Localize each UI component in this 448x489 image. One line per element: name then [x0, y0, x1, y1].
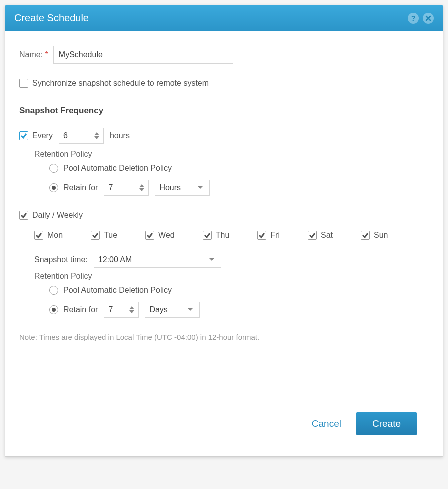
dialog-footer: Cancel Create: [19, 401, 429, 446]
snapshot-time-row: Snapshot time: 12:00 AM: [34, 252, 429, 268]
timezone-note: Note: Times are displayed in Local Time …: [19, 333, 429, 341]
help-icon[interactable]: ?: [408, 13, 419, 24]
day-sun-label: Sun: [374, 231, 388, 240]
snapshot-time-select[interactable]: 12:00 AM: [94, 252, 221, 268]
stepper-arrows-icon: [139, 184, 144, 191]
every-retain-option: Retain for 7 Hours: [49, 180, 429, 196]
every-row: Every 6 hours: [19, 128, 429, 144]
every-retention-options: Pool Automatic Deletion Policy Retain fo…: [49, 164, 429, 196]
every-retention: Retention Policy Pool Automatic Deletion…: [34, 150, 429, 196]
frequency-title: Snapshot Frequency: [19, 106, 429, 116]
day-mon-checkbox[interactable]: [34, 231, 43, 240]
day-wed-label: Wed: [158, 231, 175, 240]
every-retain-unit-select[interactable]: Hours: [155, 180, 210, 196]
daily-retain-label: Retain for: [63, 305, 98, 314]
days-row: Mon Tue Wed Thu Fri: [34, 231, 429, 240]
sync-row: Synchronize snapshot schedule to remote …: [19, 79, 429, 88]
create-schedule-dialog: Create Schedule ? Name: * Synchronize sn…: [5, 5, 443, 457]
daily-label: Daily / Weekly: [32, 211, 83, 220]
stepper-arrows-icon: [129, 306, 134, 313]
day-wed-checkbox[interactable]: [145, 231, 154, 240]
day-mon: Mon: [34, 231, 63, 240]
every-retain-radio[interactable]: [49, 183, 58, 192]
daily-retain-option: Retain for 7 Days: [49, 302, 429, 318]
stepper-arrows-icon: [94, 132, 99, 139]
chevron-down-icon: [209, 258, 215, 262]
daily-retention-label: Retention Policy: [34, 272, 429, 281]
chevron-down-icon: [187, 308, 193, 312]
day-sun-checkbox[interactable]: [361, 231, 370, 240]
sync-checkbox[interactable]: [19, 79, 28, 88]
every-retention-label: Retention Policy: [34, 150, 429, 159]
name-row: Name: *: [19, 46, 429, 64]
every-retain-stepper[interactable]: 7: [104, 180, 149, 196]
dialog-header: Create Schedule ?: [5, 5, 443, 31]
header-actions: ?: [408, 13, 434, 24]
daily-row: Daily / Weekly: [19, 211, 429, 220]
chevron-down-icon: [197, 186, 203, 190]
daily-retention-options: Pool Automatic Deletion Policy Retain fo…: [49, 286, 429, 318]
every-value-stepper[interactable]: 6: [59, 128, 104, 144]
daily-pool-option: Pool Automatic Deletion Policy: [49, 286, 429, 295]
daily-retain-unit-select[interactable]: Days: [145, 302, 200, 318]
every-label: Every: [32, 131, 53, 140]
cancel-button[interactable]: Cancel: [312, 418, 341, 429]
every-retain-label: Retain for: [63, 183, 98, 192]
daily-retain-stepper[interactable]: 7: [104, 302, 139, 318]
daily-checkbox[interactable]: [19, 211, 28, 220]
daily-section: Mon Tue Wed Thu Fri: [34, 231, 429, 318]
dialog-title: Create Schedule: [14, 12, 89, 24]
every-pool-label: Pool Automatic Deletion Policy: [63, 164, 172, 173]
day-tue-checkbox[interactable]: [91, 231, 100, 240]
day-sat-label: Sat: [321, 231, 333, 240]
every-retain-value: 7: [108, 183, 113, 192]
close-icon[interactable]: [423, 13, 434, 24]
daily-retain-radio[interactable]: [49, 305, 58, 314]
daily-retain-value: 7: [108, 305, 113, 314]
every-pool-radio[interactable]: [49, 164, 58, 173]
day-sat-checkbox[interactable]: [308, 231, 317, 240]
day-fri-label: Fri: [270, 231, 280, 240]
snapshot-time-label: Snapshot time:: [34, 255, 88, 264]
every-checkbox[interactable]: [19, 131, 28, 140]
create-button[interactable]: Create: [356, 412, 417, 435]
every-unit: hours: [110, 131, 130, 140]
day-tue-label: Tue: [104, 231, 117, 240]
every-retain-unit: Hours: [159, 183, 181, 192]
sync-label: Synchronize snapshot schedule to remote …: [32, 79, 209, 88]
day-thu: Thu: [203, 231, 230, 240]
every-pool-option: Pool Automatic Deletion Policy: [49, 164, 429, 173]
day-mon-label: Mon: [47, 231, 63, 240]
day-wed: Wed: [145, 231, 175, 240]
dialog-body: Name: * Synchronize snapshot schedule to…: [5, 31, 443, 456]
daily-pool-radio[interactable]: [49, 286, 58, 295]
every-value: 6: [63, 131, 68, 140]
required-asterisk: *: [45, 50, 48, 59]
snapshot-time-value: 12:00 AM: [98, 255, 132, 264]
daily-pool-label: Pool Automatic Deletion Policy: [63, 286, 172, 295]
day-thu-label: Thu: [216, 231, 230, 240]
daily-retain-unit: Days: [149, 305, 167, 314]
day-tue: Tue: [91, 231, 117, 240]
day-sun: Sun: [361, 231, 388, 240]
day-sat: Sat: [308, 231, 333, 240]
name-input[interactable]: [53, 46, 233, 64]
name-label: Name: *: [19, 50, 48, 59]
day-fri-checkbox[interactable]: [257, 231, 266, 240]
day-thu-checkbox[interactable]: [203, 231, 212, 240]
day-fri: Fri: [257, 231, 280, 240]
